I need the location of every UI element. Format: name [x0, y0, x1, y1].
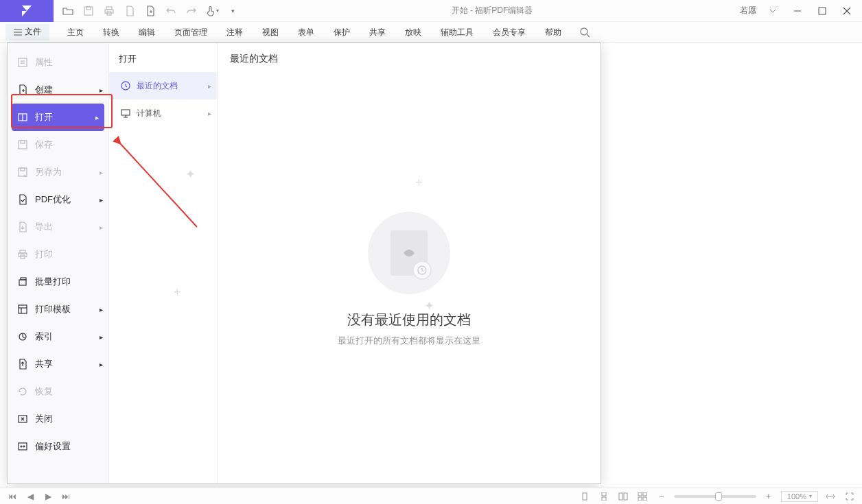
- view-facing-icon[interactable]: [616, 490, 630, 503]
- save-icon: [16, 139, 30, 150]
- file-menu-item-restore: 恢复: [8, 378, 108, 405]
- file-menu-item-prefs[interactable]: 偏好设置: [8, 433, 108, 460]
- svg-rect-43: [602, 492, 606, 496]
- empty-title: 没有最近使用的文档: [347, 311, 471, 329]
- open-sub-monitor[interactable]: 计算机▸: [109, 99, 217, 127]
- ribbon-tab[interactable]: 保护: [324, 22, 360, 43]
- ribbon-tab[interactable]: 放映: [395, 22, 431, 43]
- new-icon: [16, 84, 30, 95]
- view-continuous-icon[interactable]: [597, 490, 611, 503]
- chevron-right-icon: ▸: [100, 333, 103, 341]
- file-menu-item-label: PDF优化: [35, 193, 71, 206]
- file-menu-item-new[interactable]: 创建▸: [8, 76, 108, 104]
- svg-rect-14: [19, 58, 27, 67]
- prev-page-icon[interactable]: ◀: [23, 490, 37, 503]
- view-single-icon[interactable]: [578, 490, 592, 503]
- file-menu-item-close[interactable]: 关闭: [8, 405, 108, 433]
- app-logo: [0, 0, 54, 22]
- file-menu-item-saveas: 另存为▸: [8, 158, 108, 186]
- svg-rect-2: [106, 7, 112, 10]
- file-menu-item-print: 打印: [8, 241, 108, 268]
- ribbon-tab[interactable]: 页面管理: [165, 22, 217, 43]
- print-icon: [16, 249, 30, 260]
- svg-rect-26: [19, 280, 26, 285]
- open-icon[interactable]: [59, 2, 77, 20]
- prefs-icon: [16, 441, 30, 452]
- zoom-slider[interactable]: [674, 495, 756, 498]
- open-sub-label: 最近的文档: [137, 80, 178, 92]
- recent-docs-header: 最近的文档: [218, 43, 601, 75]
- svg-point-35: [23, 446, 25, 447]
- ribbon-tab[interactable]: 注释: [217, 22, 253, 43]
- svg-point-12: [581, 28, 587, 35]
- info-icon: [16, 57, 30, 68]
- empty-subtitle: 最近打开的所有文档都将显示在这里: [338, 335, 480, 347]
- chevron-right-icon: ▸: [95, 114, 99, 121]
- file-menu-item-index[interactable]: 索引▸: [8, 323, 108, 350]
- customize-icon[interactable]: ▾: [224, 2, 242, 20]
- print-icon[interactable]: [100, 2, 118, 20]
- zoom-level[interactable]: 100%▾: [781, 491, 818, 502]
- ribbon-tab[interactable]: 主页: [58, 22, 93, 43]
- svg-rect-42: [583, 493, 587, 500]
- add-page-icon[interactable]: [141, 2, 159, 20]
- open-subpanel: 打开 最近的文档▸计算机▸: [109, 43, 218, 483]
- zoom-out-icon[interactable]: −: [655, 490, 668, 503]
- svg-rect-50: [643, 497, 646, 501]
- redo-icon[interactable]: [183, 2, 200, 20]
- empty-doc-icon: [368, 212, 450, 294]
- file-menu-item-label: 另存为: [35, 166, 62, 178]
- ribbon-tab[interactable]: 帮助: [535, 22, 571, 43]
- close-icon: [16, 413, 30, 424]
- user-name[interactable]: 若愿: [737, 5, 759, 16]
- chevron-right-icon: ▸: [100, 306, 103, 313]
- file-tab[interactable]: 文件: [5, 24, 49, 40]
- file-menu-item-open[interactable]: 打开▸: [12, 104, 104, 131]
- maximize-button[interactable]: [811, 1, 833, 21]
- ribbon-tab[interactable]: 辅助工具: [431, 22, 483, 43]
- user-dropdown-icon[interactable]: [762, 1, 784, 21]
- svg-rect-0: [84, 7, 93, 15]
- page-icon[interactable]: [121, 2, 139, 20]
- status-bar: ⏮ ◀ ▶ ⏭ − + 100%▾: [0, 488, 862, 504]
- view-cont-facing-icon[interactable]: [636, 490, 649, 503]
- quick-toolbar: ▾ ▾: [54, 2, 247, 20]
- batch-icon: [16, 276, 30, 287]
- last-page-icon[interactable]: ⏭: [59, 490, 73, 503]
- file-menu-item-optimize[interactable]: PDF优化▸: [8, 186, 108, 213]
- ribbon-tab[interactable]: 编辑: [129, 22, 165, 43]
- template-icon: [16, 304, 30, 315]
- chevron-right-icon: ▸: [100, 196, 103, 204]
- ribbon-tab[interactable]: 转换: [93, 22, 129, 43]
- svg-rect-19: [19, 141, 27, 149]
- svg-rect-47: [638, 492, 642, 496]
- first-page-icon[interactable]: ⏮: [5, 490, 19, 503]
- file-menu-item-label: 导出: [35, 221, 53, 233]
- next-page-icon[interactable]: ▶: [41, 490, 55, 503]
- ribbon-tab[interactable]: 共享: [360, 22, 395, 43]
- ribbon-tab[interactable]: 会员专享: [483, 22, 535, 43]
- file-menu-panel: 属性创建▸打开▸保存另存为▸PDF优化▸导出▸打印批量打印打印模板▸索引▸共享▸…: [7, 43, 601, 484]
- open-sub-clock[interactable]: 最近的文档▸: [109, 72, 217, 99]
- file-menu-item-label: 打印模板: [35, 303, 71, 315]
- svg-rect-22: [21, 168, 25, 171]
- svg-rect-20: [21, 141, 25, 143]
- save-icon[interactable]: [80, 2, 97, 20]
- close-button[interactable]: [836, 1, 858, 21]
- chevron-right-icon: ▸: [208, 110, 211, 117]
- minimize-button[interactable]: [787, 1, 808, 21]
- optimize-icon: [16, 194, 30, 205]
- svg-rect-21: [19, 168, 27, 176]
- file-menu-item-share[interactable]: 共享▸: [8, 350, 108, 378]
- zoom-in-icon[interactable]: +: [762, 490, 776, 503]
- ribbon-tab[interactable]: 表单: [288, 22, 324, 43]
- ribbon-tab[interactable]: 视图: [253, 22, 288, 43]
- touch-icon[interactable]: ▾: [203, 2, 221, 20]
- file-menu-item-template[interactable]: 打印模板▸: [8, 296, 108, 323]
- share-icon: [16, 359, 30, 370]
- fullscreen-icon[interactable]: [843, 490, 857, 503]
- file-menu-item-batch[interactable]: 批量打印: [8, 268, 108, 296]
- undo-icon[interactable]: [162, 2, 180, 20]
- search-icon[interactable]: [579, 27, 590, 38]
- fit-width-icon[interactable]: [824, 490, 837, 503]
